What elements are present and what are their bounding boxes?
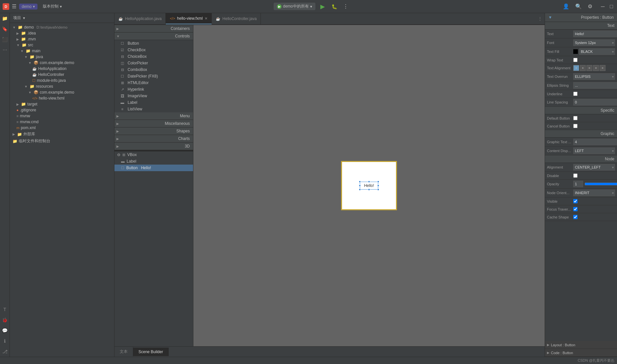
minimize-button[interactable]: ─ — [600, 2, 606, 11]
control-label[interactable]: ▬ Label — [114, 99, 193, 106]
prop-alignment-select[interactable]: CENTER_LEFT — [573, 164, 615, 171]
control-listview[interactable]: ≡ ListView — [114, 106, 193, 112]
file-tree[interactable]: ▼ 📁 demo D:\test\javafx\demo ▶ 📁 .idea ▶… — [10, 23, 114, 357]
sidebar-icon-structure[interactable]: ⬛ — [1, 35, 9, 43]
sidebar-icon-t[interactable]: T — [2, 306, 8, 313]
tree-item-gitignore[interactable]: ● .gitignore — [10, 107, 114, 113]
tab-wenben[interactable]: 文本 — [114, 347, 133, 356]
prop-visible-checkbox[interactable] — [573, 199, 578, 203]
tree-item-mvnw-cmd[interactable]: ≡ mvnw.cmd — [10, 119, 114, 125]
version-control[interactable]: 版本控制 ▾ — [43, 4, 62, 9]
tree-item-mvn[interactable]: ▶ 📁 .mvn — [10, 36, 114, 42]
tab-hello-ctrl[interactable]: ☕ HelloController.java — [212, 13, 261, 24]
control-htmleditor[interactable]: ⊞ HTMLEditor — [114, 80, 193, 86]
align-btn-center[interactable]: ≡ — [580, 65, 586, 71]
sidebar-icon-bookmarks[interactable]: 🔖 — [1, 25, 9, 33]
handle-tr — [377, 181, 379, 183]
tab-hello-app[interactable]: ☕ HelloApplication.java — [114, 13, 166, 24]
prop-cancel-button-checkbox[interactable] — [573, 124, 578, 128]
scene-tree-button[interactable]: ☐ Button Hello! — [114, 165, 193, 171]
tree-item-pom[interactable]: m pom.xml — [10, 125, 114, 131]
prop-opacity-input[interactable] — [573, 181, 583, 187]
prop-text: Text — [545, 30, 617, 38]
prop-text-input[interactable] — [573, 31, 617, 37]
tree-item-idea[interactable]: ▶ 📁 .idea — [10, 30, 114, 36]
control-combobox[interactable]: ⊟ ComboBox — [114, 66, 193, 73]
hamburger-icon[interactable]: ☰ — [12, 3, 16, 10]
tree-item-hello-app[interactable]: ☕ HelloApplication — [10, 66, 114, 72]
tree-item-hello-ctrl[interactable]: ☕ HelloController — [10, 72, 114, 78]
section-containers[interactable]: ▶ Containers — [114, 25, 193, 33]
sidebar-icon-project[interactable]: 📁 — [1, 14, 9, 22]
align-btn-right[interactable]: ≡ — [586, 65, 592, 71]
tab-hello-view[interactable]: </> hello-view.fxml ✕ — [166, 13, 212, 24]
tree-item-fxml[interactable]: </> hello-view.fxml — [10, 95, 114, 101]
search-icon[interactable]: 🔍 — [574, 2, 583, 11]
sidebar-icon-info[interactable]: ℹ — [3, 337, 7, 345]
tab-hello-view-close[interactable]: ✕ — [205, 16, 208, 21]
section-charts[interactable]: ▶ Charts — [114, 135, 193, 143]
tree-item-resources[interactable]: ▼ 📁 resources — [10, 83, 114, 89]
section-3d[interactable]: ▶ 3D — [114, 143, 193, 150]
sidebar-icon-more[interactable]: ⋯ — [1, 46, 9, 54]
control-hyperlink[interactable]: ↗ Hyperlink — [114, 86, 193, 93]
prop-text-fill: Text Fill BLACK — [545, 47, 617, 56]
prop-cache-shape-checkbox[interactable] — [573, 215, 578, 219]
section-shapes[interactable]: ▶ Shapes — [114, 127, 193, 135]
tab-scenebuilder[interactable]: Scene Builder — [133, 348, 169, 356]
prop-font-select[interactable]: System 12px — [573, 39, 615, 46]
tree-item-module[interactable]: ☐ module-info.java — [10, 78, 114, 83]
section-misc[interactable]: ▶ Miscellaneous — [114, 120, 193, 127]
tree-item-com-res[interactable]: ▼ 📦 com.example.demo — [10, 89, 114, 95]
project-badge[interactable]: demo ▾ — [19, 4, 37, 10]
run-button[interactable]: ▶ — [318, 2, 327, 11]
more-run-icon[interactable]: ⋮ — [342, 2, 350, 11]
align-btn-extra[interactable]: ≡ — [600, 65, 605, 71]
control-checkbox[interactable]: ☑ CheckBox — [114, 47, 193, 53]
control-button[interactable]: ☐ Button — [114, 40, 193, 47]
control-choicebox[interactable]: ⊟ ChoiceBox — [114, 53, 193, 60]
align-btn-justify[interactable]: ≡ — [593, 65, 599, 71]
prop-content-disp-select[interactable]: LEFT — [573, 148, 615, 154]
tab-more[interactable]: ⋮ — [535, 13, 545, 24]
section-controls[interactable]: ▼ Controls — [114, 33, 193, 40]
scene-tree-vbox[interactable]: ⊖ ⊞ VBox — [114, 151, 193, 158]
tree-item-com[interactable]: ▼ 📦 com.example.demo — [10, 60, 114, 66]
settings-icon[interactable]: ⚙ — [586, 2, 594, 11]
tree-item-java[interactable]: ▼ 📁 java — [10, 54, 114, 60]
tree-item-target[interactable]: ▶ 📁 target — [10, 101, 114, 107]
prop-line-spacing-input[interactable] — [573, 99, 617, 105]
control-imageview[interactable]: 🖼 ImageView — [114, 93, 193, 99]
tree-item-mvnw[interactable]: ≡ mvnw — [10, 113, 114, 119]
tree-item-src[interactable]: ▼ 📁 src — [10, 42, 114, 48]
prop-focus-traver-checkbox[interactable] — [573, 207, 578, 211]
prop-footer-code[interactable]: ▶ Code : Button — [545, 349, 617, 357]
prop-node-orient-select[interactable]: INHERIT — [573, 190, 615, 196]
run-config[interactable]: ▶ demo中的所有 ▾ — [274, 3, 315, 10]
prop-ellipsis-input[interactable] — [573, 82, 617, 89]
tree-item-demo[interactable]: ▼ 📁 demo D:\test\javafx\demo — [10, 24, 114, 30]
sidebar-icon-debug-panel[interactable]: 🐞 — [1, 316, 9, 324]
tree-item-external[interactable]: ▶ 📁 外部库 — [10, 131, 114, 138]
sidebar-icon-messages[interactable]: 💬 — [1, 327, 9, 334]
section-menu[interactable]: ▶ Menu — [114, 112, 193, 120]
prop-underline-checkbox[interactable] — [573, 92, 578, 96]
prop-text-fill-select[interactable]: BLACK — [579, 48, 615, 55]
account-icon[interactable]: 👤 — [561, 2, 571, 11]
prop-footer-layout[interactable]: ▶ Layout : Button — [545, 341, 617, 349]
prop-wrap-text-checkbox[interactable] — [573, 58, 578, 62]
tree-item-temp[interactable]: 📁 临时文件和控制台 — [10, 138, 114, 145]
prop-default-button-checkbox[interactable] — [573, 116, 578, 120]
align-btn-left[interactable]: ≡ — [573, 65, 579, 71]
debug-button[interactable]: 🐛 — [330, 2, 339, 11]
tree-item-main[interactable]: ▼ 📁 main — [10, 48, 114, 54]
maximize-button[interactable]: □ — [608, 2, 614, 11]
prop-opacity-slider[interactable] — [584, 181, 617, 187]
control-datepicker[interactable]: ☐ DatePicker (FX8) — [114, 73, 193, 80]
prop-graphic-text-input[interactable] — [573, 139, 617, 145]
sidebar-icon-git[interactable]: ⎇ — [1, 348, 9, 355]
control-colorpicker[interactable]: ◫ ColorPicker — [114, 60, 193, 66]
prop-text-overrun-select[interactable]: ELLIPSIS — [573, 73, 615, 80]
prop-disable-checkbox[interactable] — [573, 173, 578, 178]
scene-tree-label[interactable]: ▬ Label — [114, 158, 193, 165]
